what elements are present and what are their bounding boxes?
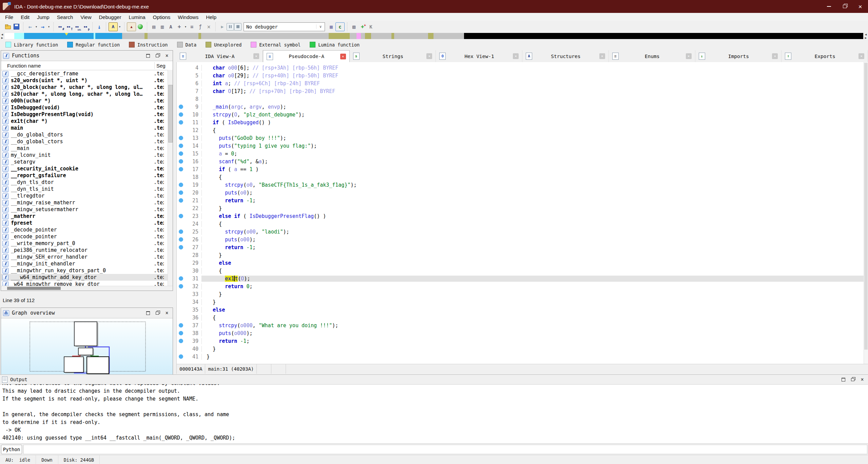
close-panel-button[interactable]: ×	[859, 377, 865, 382]
function-row[interactable]: f__mingw_init_ehandler.text	[1, 260, 173, 267]
maximize-panel-button[interactable]	[840, 377, 846, 382]
code-line[interactable]: 22 }	[177, 204, 868, 212]
scrollbar-thumb[interactable]	[168, 85, 173, 143]
code-text[interactable]: }	[202, 346, 868, 352]
search-text-icon[interactable]	[64, 23, 73, 31]
code-text[interactable]: puts("typing 1 give you flag:");	[202, 143, 868, 149]
scrollbar-thumb[interactable]	[864, 63, 868, 350]
rename-dropdown-icon[interactable]	[118, 23, 122, 31]
functions-horizontal-scrollbar[interactable]	[1, 286, 173, 291]
breakpoint-gutter[interactable]	[177, 245, 185, 249]
breakpoint-gutter[interactable]	[177, 198, 185, 203]
breakpoint-gutter[interactable]	[177, 284, 185, 289]
code-line[interactable]: 5 char o0[29]; // [rsp+40h] [rbp-50h] BY…	[177, 72, 868, 79]
code-line[interactable]: 12 {	[177, 126, 868, 134]
breakpoint-gutter[interactable]	[177, 144, 185, 148]
function-row[interactable]: fIsDebuggerPresentFlag(void).text	[1, 111, 173, 118]
code-text[interactable]: scanf("%d", &a);	[202, 159, 868, 165]
float-panel-button[interactable]	[154, 53, 160, 58]
code-text[interactable]: a = 0;	[202, 151, 868, 157]
restore-button[interactable]	[837, 0, 852, 13]
function-row[interactable]: f__dyn_tls_init.text	[1, 186, 173, 192]
function-row[interactable]: f__gcc_deregister_frame.text	[1, 70, 173, 77]
code-line[interactable]: 38 puts(o000);	[177, 329, 868, 337]
code-line[interactable]: 28 }	[177, 251, 868, 259]
tab-close-icon[interactable]: ×	[686, 53, 692, 59]
tab-close-icon[interactable]: ×	[513, 53, 519, 59]
back-dropdown-icon[interactable]	[34, 23, 38, 31]
float-panel-button[interactable]	[154, 310, 160, 316]
tab-enums[interactable]: Enums×	[609, 50, 695, 62]
code-text[interactable]: else if ( IsDebuggerPresentFlag() )	[202, 213, 868, 219]
menu-help[interactable]: Help	[202, 14, 220, 21]
breakpoint-gutter[interactable]	[177, 339, 185, 343]
open-file-icon[interactable]	[4, 23, 12, 31]
breakpoint-gutter[interactable]	[177, 159, 185, 164]
tab-close-icon[interactable]: ×	[426, 53, 432, 59]
code-text[interactable]: strcpy(o0, "BaseCTF{Th1s_1s_a_fak3_f1ag}…	[202, 182, 868, 188]
function-row[interactable]: f__main.text	[1, 145, 173, 152]
add-cross-reference-dropdown-icon[interactable]	[184, 23, 188, 31]
function-row[interactable]: fmain.text	[1, 125, 173, 131]
code-line[interactable]: 14 puts("typing 1 give you flag:");	[177, 142, 868, 150]
code-text[interactable]: {	[202, 315, 868, 321]
code-text[interactable]: else	[202, 307, 868, 313]
breakpoint-gutter[interactable]	[177, 229, 185, 234]
function-row[interactable]: f__tlregdtor.text	[1, 192, 173, 199]
code-line[interactable]: 19 strcpy(o0, "BaseCTF{Th1s_1s_a_fak3_f1…	[177, 181, 868, 189]
code-text[interactable]: return -1;	[202, 244, 868, 250]
code-text[interactable]: if ( a == 1 )	[202, 166, 868, 172]
band-scroll-right[interactable]: ◀▶	[864, 33, 868, 40]
function-row[interactable]: f__mingwthr_run_key_dtors_part_0.text	[1, 267, 173, 274]
maximize-panel-button[interactable]	[145, 310, 151, 316]
code-text[interactable]: else	[202, 260, 868, 266]
breakpoint-gutter[interactable]	[177, 354, 185, 359]
breakpoint-gutter[interactable]	[177, 120, 185, 125]
maximize-panel-button[interactable]	[145, 53, 151, 58]
code-line[interactable]: 20 puts(o0);	[177, 189, 868, 197]
navigation-band[interactable]	[5, 33, 863, 39]
breakpoint-gutter[interactable]	[177, 190, 185, 195]
output-log[interactable]: All data references to the segment will …	[0, 384, 868, 444]
column-divider[interactable]	[154, 62, 155, 69]
column-function-name[interactable]: Function name	[1, 63, 41, 69]
function-row[interactable]: fmy_lconv_init.text	[1, 152, 173, 159]
tab-close-icon[interactable]: ×	[859, 53, 864, 59]
debug-stop-icon[interactable]	[234, 23, 242, 31]
code-line[interactable]: 6 int a; // [rsp+6Ch] [rbp-24h] BYREF	[177, 79, 868, 87]
code-line[interactable]: 27 return -1;	[177, 243, 868, 251]
function-row[interactable]: ffpreset.text	[1, 220, 173, 226]
function-row[interactable]: f__mingw_SEH_error_handler.text	[1, 254, 173, 260]
function-row[interactable]: f___w64_mingwthr_add_key_dtor.text	[1, 274, 173, 281]
pseudocode-vertical-scrollbar[interactable]	[864, 62, 868, 364]
code-text[interactable]: puts("GoOoD boy !!!");	[202, 135, 868, 141]
function-row[interactable]: f_pei386_runtime_relocator.text	[1, 247, 173, 254]
function-row[interactable]: f__report_gsfailure.text	[1, 172, 173, 179]
code-text[interactable]: {	[202, 174, 868, 180]
code-text[interactable]: strcpy(o00, "laodi");	[202, 229, 868, 235]
code-line[interactable]: 36 {	[177, 314, 868, 321]
code-text[interactable]: }	[202, 291, 868, 297]
close-panel-button[interactable]: ×	[164, 53, 170, 58]
rename-icon[interactable]	[109, 22, 118, 31]
add-cross-reference-icon[interactable]	[175, 23, 184, 31]
function-row[interactable]: fs20(uchar *, ulong long, uchar *, ulong…	[1, 91, 173, 97]
code-text[interactable]: }	[202, 299, 868, 305]
function-row[interactable]: fo00h(uchar *).text	[1, 97, 173, 104]
debug-pause-icon[interactable]	[227, 23, 234, 31]
menu-options[interactable]: Options	[149, 14, 174, 21]
tab-close-icon[interactable]: ×	[253, 53, 259, 59]
code-text[interactable]: {	[202, 268, 868, 274]
menu-view[interactable]: View	[77, 14, 95, 21]
plugins-icon[interactable]	[358, 23, 367, 31]
tab-imports[interactable]: Imports×	[695, 50, 782, 62]
code-line[interactable]: 40 }	[177, 345, 868, 353]
menu-lumina[interactable]: Lumina	[125, 14, 149, 21]
forward-dropdown-icon[interactable]	[47, 23, 51, 31]
function-row[interactable]: f_decode_pointer.text	[1, 226, 173, 233]
tab-exports[interactable]: Exports×	[782, 50, 868, 62]
code-text[interactable]: }	[202, 252, 868, 258]
tab-ida-view-a[interactable]: IDA View-A×	[176, 50, 263, 62]
code-line[interactable]: 15 a = 0;	[177, 150, 868, 157]
minimize-button[interactable]	[821, 0, 837, 13]
